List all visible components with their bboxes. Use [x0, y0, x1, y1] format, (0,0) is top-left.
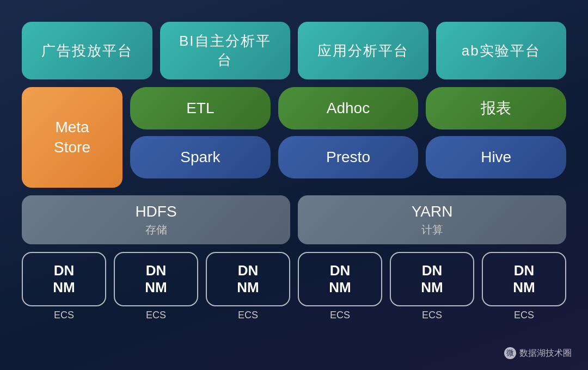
right-middle: ETL Adhoc 报表 Spark Presto Hive	[130, 87, 566, 188]
storage-row: HDFS 存储 YARN 计算	[22, 195, 566, 244]
engine-presto: Presto	[278, 136, 419, 178]
storage-yarn: YARN 计算	[298, 195, 566, 244]
top-platform-row: 广告投放平台 BI自主分析平台 应用分析平台 ab实验平台	[22, 22, 566, 79]
tool-etl: ETL	[130, 87, 271, 130]
node-1: DN NM ECS	[22, 252, 106, 321]
node-2: DN NM ECS	[114, 252, 198, 321]
engine-spark: Spark	[130, 136, 271, 178]
tool-report: 报表	[426, 87, 566, 130]
node-box-3: DN NM	[206, 252, 290, 306]
node-5: DN NM ECS	[390, 252, 474, 321]
node-6: DN NM ECS	[482, 252, 566, 321]
platform-bi: BI自主分析平台	[160, 22, 291, 79]
tool-adhoc: Adhoc	[278, 87, 419, 130]
nodes-row: DN NM ECS DN NM ECS DN NM ECS DN NM ECS	[22, 252, 566, 321]
platform-app: 应用分析平台	[298, 22, 428, 79]
node-3: DN NM ECS	[206, 252, 290, 321]
node-box-4: DN NM	[298, 252, 382, 306]
platform-ab: ab实验平台	[436, 22, 567, 79]
node-box-6: DN NM	[482, 252, 566, 306]
node-box-5: DN NM	[390, 252, 474, 306]
meta-store-box: MetaStore	[22, 87, 122, 188]
blue-engines-row: Spark Presto Hive	[130, 136, 566, 178]
node-4: DN NM ECS	[298, 252, 382, 321]
watermark: 微 数据湖技术圈	[504, 347, 572, 359]
node-box-2: DN NM	[114, 252, 198, 306]
platform-ad: 广告投放平台	[22, 22, 152, 79]
node-box-1: DN NM	[22, 252, 106, 306]
engine-hive: Hive	[426, 136, 566, 178]
storage-hdfs: HDFS 存储	[22, 195, 290, 244]
wechat-icon: 微	[504, 347, 516, 359]
main-container: 广告投放平台 BI自主分析平台 应用分析平台 ab实验平台 MetaStore …	[16, 11, 572, 359]
green-tools-row: ETL Adhoc 报表	[130, 87, 566, 130]
middle-row: MetaStore ETL Adhoc 报表 Spark Presto	[22, 87, 566, 188]
